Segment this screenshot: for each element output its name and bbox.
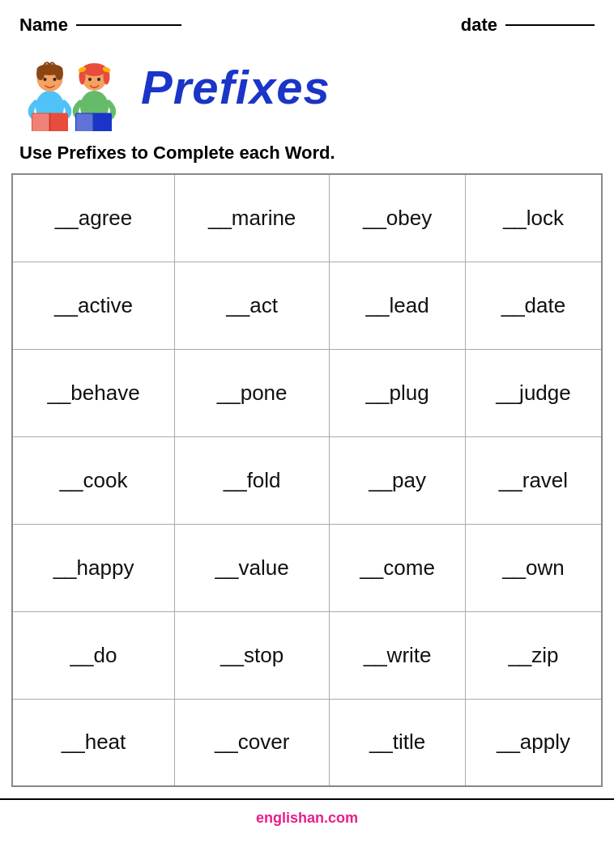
word-cell: __heat — [12, 699, 175, 786]
svg-point-4 — [55, 67, 63, 80]
name-field: Name — [19, 15, 181, 36]
word-cell: __marine — [175, 174, 330, 262]
date-label: date — [461, 15, 497, 36]
svg-point-3 — [36, 67, 45, 80]
word-cell: __cover — [175, 699, 330, 786]
svg-point-22 — [97, 78, 100, 81]
word-cell: __pay — [330, 436, 466, 524]
name-label: Name — [19, 15, 68, 36]
word-cell: __title — [330, 699, 466, 786]
svg-rect-13 — [32, 114, 49, 132]
words-table-container: __agree__marine__obey__lock__active__act… — [0, 173, 614, 795]
svg-point-21 — [88, 78, 92, 81]
word-cell: __happy — [12, 524, 175, 611]
word-cell: __date — [465, 262, 602, 349]
name-line — [76, 24, 181, 26]
table-row: __agree__marine__obey__lock — [12, 174, 602, 262]
word-cell: __ravel — [465, 436, 602, 524]
word-cell: __cook — [12, 436, 175, 524]
svg-rect-29 — [76, 114, 93, 132]
word-cell: __act — [175, 262, 330, 349]
word-cell: __plug — [330, 349, 466, 436]
table-row: __cook__fold__pay__ravel — [12, 436, 602, 524]
word-cell: __write — [330, 611, 466, 699]
word-cell: __zip — [465, 611, 602, 699]
footer-branding: englishan.com — [0, 798, 614, 833]
word-cell: __behave — [12, 349, 175, 436]
date-line — [505, 24, 595, 26]
word-cell: __stop — [175, 611, 330, 699]
table-row: __happy__value__come__own — [12, 524, 602, 611]
word-cell: __own — [465, 524, 602, 611]
word-cell: __lock — [465, 174, 602, 262]
word-cell: __active — [12, 262, 175, 349]
word-cell: __pone — [175, 349, 330, 436]
word-cell: __judge — [465, 349, 602, 436]
word-cell: __value — [175, 524, 330, 611]
instruction-text: Use Prefixes to Complete each Word. — [0, 139, 614, 173]
table-row: __behave__pone__plug__judge — [12, 349, 602, 436]
words-table: __agree__marine__obey__lock__active__act… — [11, 173, 603, 787]
word-cell: __apply — [465, 699, 602, 786]
word-cell: __come — [330, 524, 466, 611]
date-field: date — [461, 15, 595, 36]
word-cell: __lead — [330, 262, 466, 349]
header: Name date — [0, 0, 614, 42]
kids-illustration — [19, 42, 125, 131]
svg-point-6 — [53, 78, 57, 81]
page-title: Prefixes — [141, 60, 330, 114]
table-row: __do__stop__write__zip — [12, 611, 602, 699]
word-cell: __obey — [330, 174, 466, 262]
title-area: Prefixes — [0, 42, 614, 139]
word-cell: __do — [12, 611, 175, 699]
table-row: __heat__cover__title__apply — [12, 699, 602, 786]
table-row: __active__act__lead__date — [12, 262, 602, 349]
word-cell: __fold — [175, 436, 330, 524]
word-cell: __agree — [12, 174, 175, 262]
svg-point-5 — [44, 78, 47, 81]
